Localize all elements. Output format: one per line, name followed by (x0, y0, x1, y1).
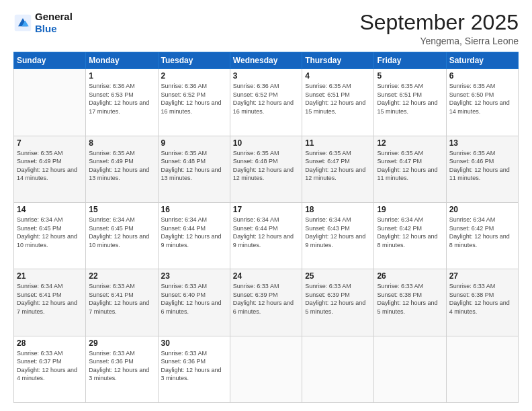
logo-blue: Blue (35, 23, 57, 34)
day-number: 21 (17, 271, 83, 281)
page: General Blue September 2025 Yengema, Sie… (0, 0, 532, 411)
table-row: 10Sunrise: 6:35 AMSunset: 6:48 PMDayligh… (230, 136, 302, 202)
day-number: 7 (17, 138, 83, 148)
day-number: 8 (89, 138, 154, 148)
table-row (302, 336, 374, 402)
day-number: 17 (233, 205, 299, 214)
table-row: 14Sunrise: 6:34 AMSunset: 6:45 PMDayligh… (14, 202, 86, 269)
day-info: Sunrise: 6:35 AMSunset: 6:46 PMDaylight:… (449, 149, 515, 183)
location: Yengema, Sierra Leone (359, 36, 519, 46)
day-info: Sunrise: 6:35 AMSunset: 6:47 PMDaylight:… (377, 149, 443, 183)
day-info: Sunrise: 6:34 AMSunset: 6:42 PMDaylight:… (377, 216, 443, 249)
day-number: 20 (449, 205, 515, 214)
table-row: 21Sunrise: 6:34 AMSunset: 6:41 PMDayligh… (14, 269, 86, 336)
day-number: 29 (89, 338, 154, 348)
table-row (14, 69, 86, 136)
table-row: 28Sunrise: 6:33 AMSunset: 6:37 PMDayligh… (14, 336, 86, 402)
day-info: Sunrise: 6:34 AMSunset: 6:41 PMDaylight:… (17, 282, 83, 316)
day-info: Sunrise: 6:35 AMSunset: 6:48 PMDaylight:… (161, 149, 227, 183)
header: General Blue September 2025 Yengema, Sie… (13, 11, 519, 46)
table-row: 4Sunrise: 6:35 AMSunset: 6:51 PMDaylight… (302, 69, 374, 136)
table-row: 9Sunrise: 6:35 AMSunset: 6:48 PMDaylight… (158, 136, 230, 202)
day-number: 10 (233, 138, 299, 148)
table-row: 1Sunrise: 6:36 AMSunset: 6:53 PMDaylight… (86, 69, 158, 136)
table-row: 15Sunrise: 6:34 AMSunset: 6:45 PMDayligh… (86, 202, 158, 269)
day-info: Sunrise: 6:33 AMSunset: 6:37 PMDaylight:… (17, 349, 83, 383)
table-row: 22Sunrise: 6:33 AMSunset: 6:41 PMDayligh… (86, 269, 158, 336)
table-row: 30Sunrise: 6:33 AMSunset: 6:36 PMDayligh… (158, 336, 230, 402)
day-number: 23 (161, 271, 227, 281)
header-tuesday: Tuesday (158, 52, 230, 69)
day-info: Sunrise: 6:34 AMSunset: 6:42 PMDaylight:… (449, 216, 515, 249)
day-number: 6 (449, 71, 515, 81)
day-number: 2 (161, 71, 227, 81)
header-wednesday: Wednesday (230, 52, 302, 69)
day-number: 11 (305, 138, 371, 148)
day-info: Sunrise: 6:33 AMSunset: 6:36 PMDaylight:… (161, 349, 227, 383)
day-info: Sunrise: 6:35 AMSunset: 6:51 PMDaylight:… (305, 82, 371, 116)
calendar-week-row: 1Sunrise: 6:36 AMSunset: 6:53 PMDaylight… (14, 69, 519, 136)
day-number: 27 (449, 271, 515, 281)
table-row: 2Sunrise: 6:36 AMSunset: 6:52 PMDaylight… (158, 69, 230, 136)
table-row: 3Sunrise: 6:36 AMSunset: 6:52 PMDaylight… (230, 69, 302, 136)
table-row: 23Sunrise: 6:33 AMSunset: 6:40 PMDayligh… (158, 269, 230, 336)
day-number: 14 (17, 205, 83, 214)
day-info: Sunrise: 6:36 AMSunset: 6:52 PMDaylight:… (161, 82, 227, 116)
calendar-header-row: Sunday Monday Tuesday Wednesday Thursday… (14, 52, 519, 69)
table-row: 27Sunrise: 6:33 AMSunset: 6:38 PMDayligh… (446, 269, 518, 336)
table-row: 5Sunrise: 6:35 AMSunset: 6:51 PMDaylight… (374, 69, 446, 136)
header-thursday: Thursday (302, 52, 374, 69)
day-number: 25 (305, 271, 371, 281)
day-info: Sunrise: 6:34 AMSunset: 6:44 PMDaylight:… (161, 216, 227, 249)
day-info: Sunrise: 6:33 AMSunset: 6:39 PMDaylight:… (233, 282, 299, 316)
day-info: Sunrise: 6:34 AMSunset: 6:43 PMDaylight:… (305, 216, 371, 249)
header-friday: Friday (374, 52, 446, 69)
table-row (230, 336, 302, 402)
table-row: 6Sunrise: 6:35 AMSunset: 6:50 PMDaylight… (446, 69, 518, 136)
calendar-table: Sunday Monday Tuesday Wednesday Thursday… (13, 52, 519, 403)
day-info: Sunrise: 6:33 AMSunset: 6:41 PMDaylight:… (89, 282, 154, 316)
day-info: Sunrise: 6:36 AMSunset: 6:53 PMDaylight:… (89, 82, 154, 116)
table-row: 17Sunrise: 6:34 AMSunset: 6:44 PMDayligh… (230, 202, 302, 269)
day-number: 30 (161, 338, 227, 348)
day-info: Sunrise: 6:35 AMSunset: 6:51 PMDaylight:… (377, 82, 443, 116)
table-row: 26Sunrise: 6:33 AMSunset: 6:38 PMDayligh… (374, 269, 446, 336)
table-row: 25Sunrise: 6:33 AMSunset: 6:39 PMDayligh… (302, 269, 374, 336)
day-number: 19 (377, 205, 443, 214)
logo-text: General Blue (35, 11, 73, 35)
table-row: 16Sunrise: 6:34 AMSunset: 6:44 PMDayligh… (158, 202, 230, 269)
header-monday: Monday (86, 52, 158, 69)
day-info: Sunrise: 6:35 AMSunset: 6:50 PMDaylight:… (449, 82, 515, 116)
day-number: 3 (233, 71, 299, 81)
day-info: Sunrise: 6:34 AMSunset: 6:44 PMDaylight:… (233, 216, 299, 249)
calendar-week-row: 21Sunrise: 6:34 AMSunset: 6:41 PMDayligh… (14, 269, 519, 336)
day-info: Sunrise: 6:33 AMSunset: 6:39 PMDaylight:… (305, 282, 371, 316)
table-row: 24Sunrise: 6:33 AMSunset: 6:39 PMDayligh… (230, 269, 302, 336)
table-row: 18Sunrise: 6:34 AMSunset: 6:43 PMDayligh… (302, 202, 374, 269)
calendar-week-row: 7Sunrise: 6:35 AMSunset: 6:49 PMDaylight… (14, 136, 519, 202)
table-row: 12Sunrise: 6:35 AMSunset: 6:47 PMDayligh… (374, 136, 446, 202)
day-number: 22 (89, 271, 154, 281)
day-number: 16 (161, 205, 227, 214)
header-sunday: Sunday (14, 52, 86, 69)
day-number: 18 (305, 205, 371, 214)
title-block: September 2025 Yengema, Sierra Leone (359, 11, 519, 46)
logo-icon (13, 13, 32, 32)
table-row: 8Sunrise: 6:35 AMSunset: 6:49 PMDaylight… (86, 136, 158, 202)
day-info: Sunrise: 6:33 AMSunset: 6:38 PMDaylight:… (377, 282, 443, 316)
day-number: 26 (377, 271, 443, 281)
day-info: Sunrise: 6:35 AMSunset: 6:49 PMDaylight:… (89, 149, 154, 183)
day-number: 4 (305, 71, 371, 81)
table-row: 29Sunrise: 6:33 AMSunset: 6:36 PMDayligh… (86, 336, 158, 402)
month-title: September 2025 (359, 11, 519, 34)
day-number: 28 (17, 338, 83, 348)
table-row: 11Sunrise: 6:35 AMSunset: 6:47 PMDayligh… (302, 136, 374, 202)
day-info: Sunrise: 6:33 AMSunset: 6:40 PMDaylight:… (161, 282, 227, 316)
table-row: 19Sunrise: 6:34 AMSunset: 6:42 PMDayligh… (374, 202, 446, 269)
logo: General Blue (13, 11, 73, 35)
day-number: 24 (233, 271, 299, 281)
day-info: Sunrise: 6:33 AMSunset: 6:38 PMDaylight:… (449, 282, 515, 316)
calendar-week-row: 14Sunrise: 6:34 AMSunset: 6:45 PMDayligh… (14, 202, 519, 269)
day-info: Sunrise: 6:35 AMSunset: 6:48 PMDaylight:… (233, 149, 299, 183)
day-info: Sunrise: 6:34 AMSunset: 6:45 PMDaylight:… (89, 216, 154, 249)
